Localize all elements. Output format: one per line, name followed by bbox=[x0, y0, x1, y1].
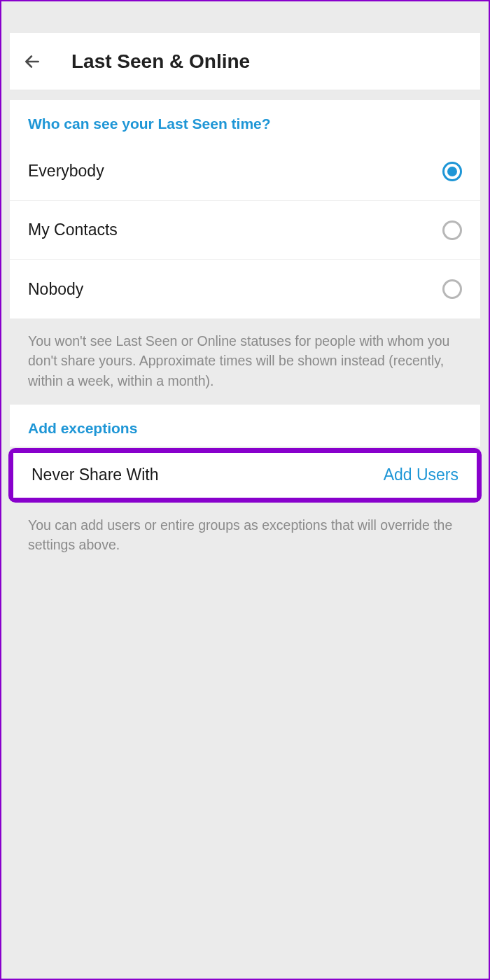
back-button[interactable] bbox=[22, 52, 42, 71]
radio-label: Nobody bbox=[28, 280, 83, 299]
radio-option-my-contacts[interactable]: My Contacts bbox=[10, 201, 480, 260]
radio-label: My Contacts bbox=[28, 220, 118, 239]
arrow-left-icon bbox=[23, 52, 41, 71]
radio-icon bbox=[442, 279, 462, 299]
header-bar: Last Seen & Online bbox=[10, 33, 480, 90]
radio-dot-icon bbox=[447, 167, 457, 176]
never-share-with-row[interactable]: Never Share With Add Users bbox=[13, 453, 477, 498]
exceptions-section-header: Add exceptions bbox=[10, 405, 480, 447]
exceptions-section: Add exceptions bbox=[10, 405, 480, 447]
radio-label: Everybody bbox=[28, 162, 104, 181]
page-title: Last Seen & Online bbox=[71, 50, 250, 73]
radio-option-nobody[interactable]: Nobody bbox=[10, 260, 480, 318]
radio-icon bbox=[442, 220, 462, 240]
visibility-section: Who can see your Last Seen time? Everybo… bbox=[10, 100, 480, 318]
highlight-annotation: Never Share With Add Users bbox=[8, 448, 482, 503]
radio-icon bbox=[442, 162, 462, 181]
never-share-label: Never Share With bbox=[31, 465, 159, 484]
add-users-button[interactable]: Add Users bbox=[384, 465, 458, 484]
radio-option-everybody[interactable]: Everybody bbox=[10, 142, 480, 201]
exceptions-info: You can add users or entire groups as ex… bbox=[10, 503, 480, 569]
visibility-info: You won't see Last Seen or Online status… bbox=[10, 318, 480, 405]
visibility-section-header: Who can see your Last Seen time? bbox=[10, 100, 480, 142]
